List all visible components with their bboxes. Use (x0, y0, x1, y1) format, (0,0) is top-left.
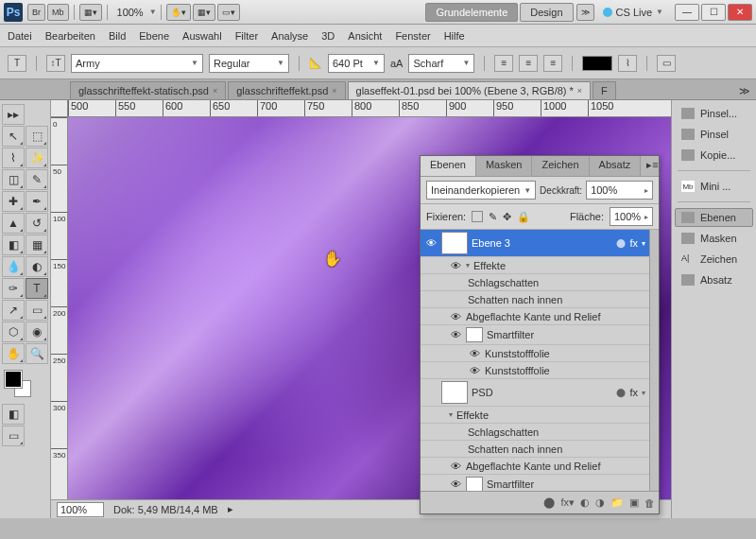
fx-button[interactable]: fx▾ (560, 496, 575, 509)
mb-button[interactable]: Mb (47, 4, 69, 21)
layer-list[interactable]: 👁 Ebene 3 ⬤ fx▾ 👁▾ Effekte Schlagschatte… (421, 230, 649, 491)
opacity-input[interactable]: 100%▸ (586, 181, 653, 200)
link-layers-icon[interactable]: ⬤ (543, 496, 555, 509)
history-brush-tool[interactable]: ↺ (26, 213, 48, 234)
text-orientation[interactable]: ↕T (46, 55, 65, 72)
menu-ebene[interactable]: Ebene (139, 30, 169, 42)
doc-tab-3[interactable]: F (593, 81, 616, 99)
panel-pinsel[interactable]: Pinsel (675, 125, 753, 144)
panel-absatz[interactable]: Absatz (675, 270, 753, 289)
tab-zeichen[interactable]: Zeichen (532, 156, 589, 176)
panel-zeichen[interactable]: A|Zeichen (675, 250, 753, 269)
tab-masken[interactable]: Masken (476, 156, 533, 176)
app-logo[interactable]: Ps (4, 3, 23, 22)
effect-item[interactable]: Schlagschatten (421, 274, 649, 291)
panel-menu-icon[interactable]: ▸≡ (641, 156, 663, 176)
menu-bild[interactable]: Bild (109, 30, 126, 42)
wand-tool[interactable]: ✨ (26, 148, 48, 168)
screenmode-toggle[interactable]: ▭ (2, 426, 25, 446)
lock-transparent-icon[interactable] (472, 211, 483, 222)
menu-datei[interactable]: Datei (8, 30, 32, 42)
brush-tool[interactable]: ✒ (26, 191, 48, 212)
menu-analyse[interactable]: Analyse (271, 30, 308, 42)
doc-tab-0[interactable]: glasschrifteffekt-statisch.psd× (70, 81, 226, 99)
layer-ebene3[interactable]: 👁 Ebene 3 ⬤ fx▾ (421, 230, 649, 257)
marquee-tool[interactable]: ⬚ (26, 126, 48, 147)
tab-ebenen[interactable]: Ebenen (421, 156, 476, 176)
pen-tool[interactable]: ✑ (2, 278, 25, 299)
layer-thumb[interactable] (441, 232, 468, 254)
eyedropper-tool[interactable]: ✎ (26, 169, 48, 190)
doc-tab-1[interactable]: glasschrifteffekt.psd× (228, 81, 345, 99)
fx-badge[interactable]: fx (629, 387, 638, 398)
fill-input[interactable]: 100%▸ (610, 207, 653, 226)
font-size-dropdown[interactable]: 640 Pt▼ (328, 54, 385, 73)
tab-overflow[interactable]: ≫ (733, 83, 756, 99)
link-icon[interactable]: ⬤ (616, 388, 626, 397)
new-layer-button[interactable]: ▣ (629, 496, 639, 509)
move-tool[interactable]: ↖ (2, 126, 25, 147)
smartfilter-item[interactable]: 👁 Kunststofffolie (421, 362, 649, 379)
layer-name[interactable]: Ebene 3 (472, 237, 510, 249)
visibility-icon[interactable]: 👁 (424, 237, 438, 249)
minimize-button[interactable]: — (675, 4, 699, 21)
align-left[interactable]: ≡ (494, 55, 513, 72)
effects-group[interactable]: ▾ Effekte (421, 407, 649, 424)
scrollbar[interactable] (649, 230, 659, 491)
lock-move-icon[interactable]: ✥ (503, 211, 511, 223)
menu-hilfe[interactable]: Hilfe (444, 30, 465, 42)
fx-badge[interactable]: fx (629, 237, 638, 249)
font-family-dropdown[interactable]: Army▼ (71, 54, 203, 73)
statusbar-menu[interactable]: ▸ (228, 503, 233, 515)
delete-layer-button[interactable]: 🗑 (644, 497, 655, 509)
lasso-tool[interactable]: ⌇ (2, 148, 25, 168)
ruler-horizontal[interactable]: 500550 600650 700750 800850 900950 10001… (51, 100, 671, 117)
group-button[interactable]: 📁 (610, 496, 624, 509)
effect-item[interactable]: Schatten nach innen (421, 441, 649, 458)
workspace-design[interactable]: Design (520, 3, 573, 22)
eraser-tool[interactable]: ◧ (2, 235, 25, 255)
maximize-button[interactable]: ☐ (701, 4, 726, 21)
panel-ebenen[interactable]: Ebenen (675, 208, 753, 227)
close-icon[interactable]: × (577, 86, 582, 96)
menu-ansicht[interactable]: Ansicht (348, 30, 382, 42)
menu-bearbeiten[interactable]: Bearbeiten (45, 30, 95, 42)
screen-mode-button[interactable]: ▭▾ (217, 4, 240, 21)
close-icon[interactable]: × (332, 86, 336, 96)
menu-fenster[interactable]: Fenster (395, 30, 430, 42)
3d-camera-tool[interactable]: ◉ (26, 322, 48, 342)
layers-panel[interactable]: Ebenen Masken Zeichen Absatz ▸≡ Ineinand… (420, 155, 660, 514)
dodge-tool[interactable]: ◐ (26, 256, 48, 277)
panel-mini[interactable]: MbMini ... (675, 177, 753, 196)
tool-preset[interactable]: T (8, 55, 26, 72)
ruler-vertical[interactable]: 050 100150 200250 300350 (51, 117, 68, 499)
layer-thumb[interactable] (441, 381, 468, 404)
close-button[interactable]: ✕ (728, 4, 752, 21)
path-tool[interactable]: ↗ (2, 300, 25, 321)
align-right[interactable]: ≡ (543, 55, 562, 72)
align-center[interactable]: ≡ (519, 55, 538, 72)
quickmask-toggle[interactable]: ◧ (2, 404, 25, 425)
effect-item[interactable]: 👁 Abgeflachte Kante und Relief (421, 458, 649, 475)
adjustment-button[interactable]: ◑ (595, 496, 605, 509)
menu-3d[interactable]: 3D (321, 30, 335, 42)
smartfilter-group[interactable]: 👁 Smartfilter (421, 325, 649, 345)
effects-group[interactable]: 👁▾ Effekte (421, 257, 649, 274)
stamp-tool[interactable]: ▲ (2, 213, 25, 234)
menu-auswahl[interactable]: Auswahl (182, 30, 222, 42)
workspace-more[interactable]: ≫ (576, 4, 594, 21)
warp-text[interactable]: ⌇ (618, 55, 637, 72)
view-extras-button[interactable]: ▦▾ (193, 4, 215, 21)
healing-tool[interactable]: ✚ (2, 191, 25, 212)
shape-tool[interactable]: ▭ (26, 300, 48, 321)
font-weight-dropdown[interactable]: Regular▼ (209, 54, 289, 73)
zoom-tool[interactable]: 🔍 (26, 343, 48, 364)
doc-tab-2[interactable]: glaseffekt-01.psd bei 100% (Ebene 3, RGB… (348, 81, 592, 99)
tab-absatz[interactable]: Absatz (590, 156, 642, 176)
lock-all-icon[interactable]: 🔒 (517, 211, 530, 223)
lock-paint-icon[interactable]: ✎ (489, 211, 497, 223)
close-icon[interactable]: × (213, 86, 217, 96)
layer-name[interactable]: PSD (472, 387, 493, 398)
3d-tool[interactable]: ⬡ (2, 322, 25, 342)
layer-psd[interactable]: PSD ⬤ fx▾ (421, 379, 649, 407)
